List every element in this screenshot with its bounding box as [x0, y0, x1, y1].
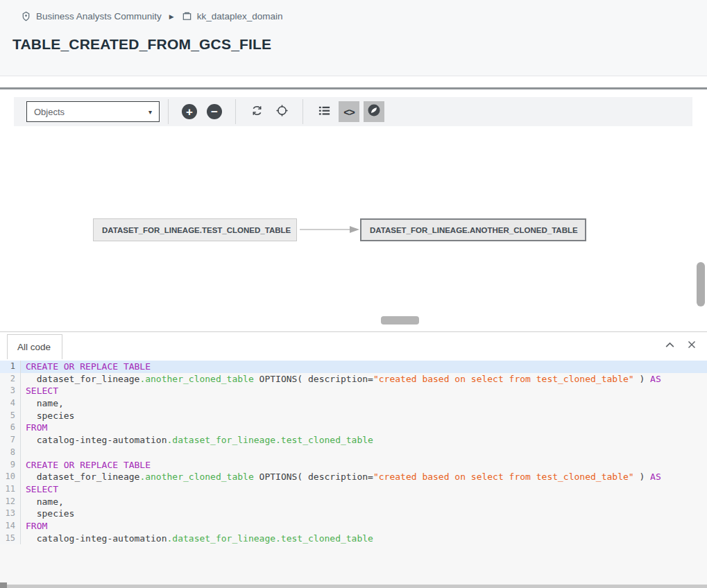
code-line: 5 species	[0, 410, 707, 422]
tab-all-code[interactable]: All code	[7, 334, 62, 359]
code-line: 12 name,	[0, 496, 707, 508]
code-line: 10 dataset_for_lineage.another_cloned_ta…	[0, 471, 707, 483]
code-line: 6FROM	[0, 422, 707, 434]
line-number: 14	[0, 520, 21, 533]
line-number: 15	[0, 533, 21, 545]
objects-dropdown[interactable]: Objects ▾	[26, 101, 160, 122]
domain-icon	[182, 11, 192, 21]
line-number: 9	[0, 459, 21, 472]
breadcrumb-domain[interactable]: kk_dataplex_domain	[197, 11, 283, 21]
code-line: 1CREATE OR REPLACE TABLE	[0, 361, 707, 373]
section-divider	[0, 87, 707, 89]
toolbar-divider	[235, 99, 236, 124]
lineage-canvas[interactable]: DATASET_FOR_LINEAGE.TEST_CLONED_TABLE DA…	[0, 127, 707, 331]
line-number: 1	[0, 361, 21, 373]
line-number: 6	[0, 422, 21, 434]
zoom-in-button[interactable]: +	[179, 101, 200, 122]
close-icon	[686, 339, 697, 350]
breadcrumb-separator-icon: ▶	[169, 13, 174, 20]
line-number: 10	[0, 471, 21, 483]
code-view-toggle[interactable]: <>	[339, 101, 359, 122]
lineage-node-source[interactable]: DATASET_FOR_LINEAGE.TEST_CLONED_TABLE	[93, 218, 297, 241]
panel-resize-handle[interactable]	[381, 316, 419, 325]
code-editor[interactable]: 1CREATE OR REPLACE TABLE2 dataset_for_li…	[0, 361, 707, 585]
code-line: 14FROM	[0, 520, 707, 533]
code-line: 7 catalog-integ-automation.dataset_for_l…	[0, 434, 707, 447]
minus-icon: −	[207, 104, 222, 119]
compass-icon	[367, 103, 381, 120]
code-panel: All code 1CREATE OR REPLACE TABLE2 datas…	[0, 331, 707, 588]
collapse-panel-button[interactable]	[663, 338, 676, 352]
diagram-toolbar: Objects ▾ + −	[14, 97, 692, 126]
line-number: 12	[0, 496, 21, 508]
list-view-button[interactable]	[314, 101, 334, 122]
vertical-scrollbar-thumb[interactable]	[697, 262, 705, 306]
zoom-out-button[interactable]: −	[204, 101, 225, 122]
line-number: 2	[0, 373, 21, 386]
line-number: 13	[0, 508, 21, 520]
code-line: 2 dataset_for_lineage.another_cloned_tab…	[0, 373, 707, 386]
line-number: 11	[0, 483, 21, 496]
lineage-node-target[interactable]: DATASET_FOR_LINEAGE.ANOTHER_CLONED_TABLE	[360, 218, 586, 241]
objects-dropdown-value: Objects	[34, 107, 148, 117]
code-line: 8	[0, 447, 707, 459]
list-icon	[318, 104, 331, 120]
code-line: 9CREATE OR REPLACE TABLE	[0, 459, 707, 472]
code-line: 15 catalog-integ-automation.dataset_for_…	[0, 533, 707, 545]
line-number: 8	[0, 447, 21, 459]
node-label: DATASET_FOR_LINEAGE.TEST_CLONED_TABLE	[94, 226, 291, 234]
breadcrumb: Business Analysts Community ▶ kk_dataple…	[21, 11, 283, 21]
close-panel-button[interactable]	[685, 338, 699, 352]
center-view-button[interactable]	[271, 101, 292, 122]
plus-icon: +	[182, 104, 197, 119]
line-number: 5	[0, 410, 21, 422]
node-label: DATASET_FOR_LINEAGE.ANOTHER_CLONED_TABLE	[361, 226, 578, 234]
code-line: 3SELECT	[0, 385, 707, 397]
refresh-icon	[250, 104, 264, 120]
code-line: 11SELECT	[0, 483, 707, 496]
code-line: 4 name,	[0, 397, 707, 410]
line-number: 4	[0, 397, 21, 410]
horizontal-scrollbar-track[interactable]	[0, 585, 707, 588]
page-header: Business Analysts Community ▶ kk_dataple…	[0, 0, 707, 76]
toolbar-divider	[303, 99, 303, 124]
page-title: TABLE_CREATED_FROM_GCS_FILE	[12, 36, 271, 53]
chevron-up-icon	[664, 339, 676, 351]
horizontal-scrollbar-thumb[interactable]	[0, 582, 7, 588]
lineage-edge	[297, 218, 361, 241]
refresh-button[interactable]	[246, 101, 267, 122]
line-number: 7	[0, 434, 21, 447]
crosshair-icon	[275, 104, 289, 120]
breadcrumb-community[interactable]: Business Analysts Community	[36, 11, 162, 21]
community-icon	[21, 11, 31, 21]
toolbar-divider	[168, 99, 169, 124]
code-icon: <>	[343, 106, 355, 118]
line-number: 3	[0, 385, 21, 397]
chevron-down-icon: ▾	[148, 108, 152, 116]
code-panel-tab-row: All code	[0, 332, 707, 359]
code-line: 13 species	[0, 508, 707, 520]
compass-toggle[interactable]	[364, 101, 384, 122]
